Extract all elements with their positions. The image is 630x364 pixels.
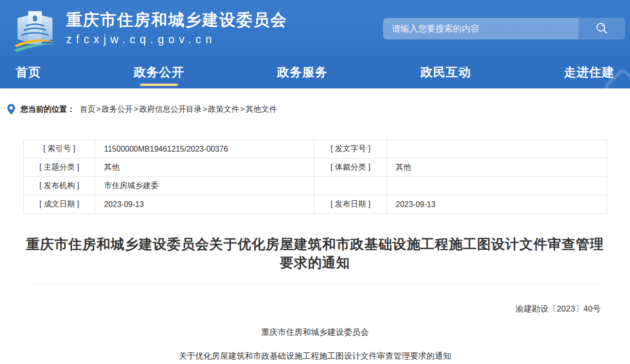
meta-label-doc-symbol: [ 发文字号 ] — [315, 140, 387, 158]
nav-item-label: 政务公开 — [134, 65, 184, 79]
article-org-line: 重庆市住房和城乡建设委员会 — [0, 327, 630, 338]
search-button[interactable] — [578, 18, 625, 39]
meta-label-genre-class: [ 体裁分类 ] — [315, 158, 387, 177]
meta-value-doc-symbol — [387, 140, 607, 158]
active-tab-underline — [140, 84, 178, 86]
meta-value-written-date: 2023-09-13 — [95, 195, 315, 214]
meta-value-empty — [387, 177, 607, 195]
meta-value-topic-class: 其他 — [95, 158, 315, 177]
breadcrumb-separator: > — [134, 105, 138, 114]
meta-label-written-date: [ 成文日期 ] — [24, 195, 95, 214]
breadcrumb-item-other-files[interactable]: 其他文件 — [245, 104, 277, 115]
meta-label-publish-date: [ 发布日期 ] — [315, 195, 387, 214]
meta-value-index-no: 11500000MB19461215/2023-00376 — [95, 140, 315, 158]
breadcrumb-item-home[interactable]: 首页 — [80, 104, 95, 115]
nav-item-public-interaction[interactable]: 政民互动 — [420, 59, 472, 87]
building-logo-icon — [13, 5, 57, 52]
site-logo[interactable] — [13, 5, 57, 52]
meta-label-topic-class: [ 主题分类 ] — [24, 158, 95, 177]
nav-item-gov-services[interactable]: 政务服务 — [276, 59, 329, 87]
breadcrumb-label: 您当前的位置： — [20, 104, 75, 115]
meta-value-publish-date: 2023-09-13 — [387, 195, 607, 214]
breadcrumb-item-info-catalog[interactable]: 政府信息公开目录 — [140, 104, 202, 115]
breadcrumb-separator: > — [240, 105, 245, 114]
site-url: zfcxjw.cq.gov.cn — [66, 32, 287, 47]
page-title: 重庆市住房和城乡建设委员会关于优化房屋建筑和市政基础设施工程施工图设计文件审查管… — [19, 235, 611, 272]
meta-label-empty — [315, 177, 387, 195]
nav-item-label: 走进住建 — [564, 65, 614, 79]
search-bar — [383, 18, 625, 39]
search-input[interactable] — [383, 18, 578, 39]
meta-value-issuing-org: 市住房城乡建委 — [95, 177, 315, 195]
breadcrumb-separator: > — [96, 105, 101, 114]
breadcrumb-item-policy-files[interactable]: 政策文件 — [208, 104, 239, 115]
document-number: 渝建勘设〔2023〕40号 — [0, 303, 601, 314]
nav-item-label: 首页 — [16, 65, 41, 79]
location-pin-icon — [7, 104, 16, 115]
breadcrumb-item-gov-disclosure[interactable]: 政务公开 — [102, 104, 133, 115]
site-title: 重庆市住房和城乡建设委员会 — [66, 10, 287, 30]
nav-item-home[interactable]: 首页 — [15, 59, 42, 87]
meta-label-index-no: [ 索引号 ] — [24, 140, 95, 158]
brand-block: 重庆市住房和城乡建设委员会 zfcxjw.cq.gov.cn — [66, 10, 287, 47]
site-header: 重庆市住房和城乡建设委员会 zfcxjw.cq.gov.cn — [0, 0, 630, 57]
article-subject-line: 关于优化房屋建筑和市政基础设施工程施工图设计文件审查管理要求的通知 — [0, 350, 630, 362]
search-icon — [595, 21, 609, 36]
breadcrumb-separator: > — [203, 105, 207, 114]
nav-item-gov-disclosure[interactable]: 政务公开 — [133, 59, 185, 87]
title-divider — [29, 284, 601, 285]
document-meta-table: [ 索引号 ] 11500000MB19461215/2023-00376 [ … — [23, 139, 607, 214]
meta-label-issuing-org: [ 发布机构 ] — [24, 177, 95, 195]
meta-value-genre-class: 其他 — [387, 158, 607, 177]
nav-item-label: 政务服务 — [277, 65, 328, 79]
main-nav: 首页 政务公开 政务服务 政民互动 走进住建 — [0, 57, 630, 88]
nav-item-label: 政民互动 — [420, 65, 471, 79]
breadcrumb: 您当前的位置： 首页 > 政务公开 > 政府信息公开目录 > 政策文件 > 其他… — [7, 104, 630, 115]
